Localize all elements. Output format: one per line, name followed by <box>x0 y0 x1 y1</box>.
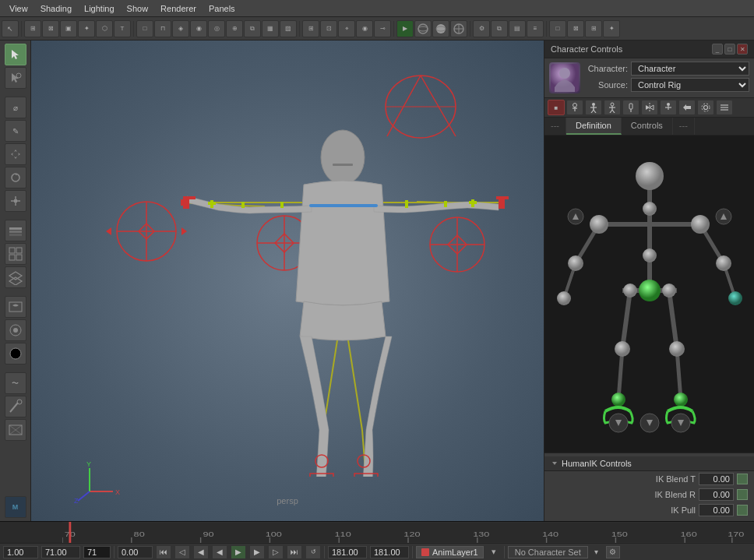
menu-renderer[interactable]: Renderer <box>154 4 203 13</box>
maximize-btn[interactable]: □ <box>724 44 735 55</box>
char-set-arrow[interactable]: ▾ <box>591 548 601 556</box>
toolbar-btn-11[interactable]: ◎ <box>208 20 225 37</box>
select-tool[interactable] <box>5 44 26 65</box>
sphere-btn[interactable] <box>414 20 432 37</box>
toolbar-btn-12[interactable]: ⊕ <box>226 20 243 37</box>
paint-tool[interactable]: ✎ <box>5 120 26 142</box>
layers-btn[interactable] <box>5 266 26 288</box>
toolbar-btn-10[interactable]: ◉ <box>190 20 207 37</box>
grid-btn[interactable] <box>5 243 26 265</box>
current-frame-input[interactable] <box>41 546 80 558</box>
toolbar-cam-4[interactable]: ✦ <box>603 20 620 37</box>
snap-btn-1[interactable]: ⊞ <box>302 20 319 37</box>
toolbar-btn-2[interactable]: ⊠ <box>42 20 59 37</box>
loop-btn[interactable]: ↺ <box>305 545 321 559</box>
mirror-btn[interactable] <box>641 100 658 115</box>
menu-panels[interactable]: Panels <box>203 4 241 13</box>
material-btn[interactable] <box>5 343 26 365</box>
scale-tool[interactable] <box>5 190 26 212</box>
ik-blend-r-input[interactable] <box>699 488 734 501</box>
lasso-tool[interactable]: ⌀ <box>5 97 26 118</box>
tab-dots-right[interactable]: --- <box>673 118 695 135</box>
tab-dots-left[interactable]: --- <box>544 118 566 135</box>
viewport-3d[interactable]: persp X Y Z <box>31 41 544 521</box>
ik-blend-t-input[interactable] <box>699 473 734 485</box>
toolbar-btn-15[interactable]: ▨ <box>280 20 297 37</box>
snap-btn-3[interactable]: ⌖ <box>338 20 355 37</box>
toolbar-cam-1[interactable]: □ <box>549 20 566 37</box>
render-view-btn[interactable] <box>5 296 26 318</box>
tab-definition[interactable]: Definition <box>566 118 622 135</box>
ik-blend-t-checkbox[interactable] <box>737 474 748 484</box>
ik-blend-r-checkbox[interactable] <box>737 489 748 500</box>
toolbar-btn-8[interactable]: ⊓ <box>154 20 171 37</box>
dynamics-btn[interactable]: 〜 <box>5 372 26 394</box>
toolbar-end-3[interactable]: ▤ <box>509 20 526 37</box>
rotate-tool[interactable] <box>5 167 26 188</box>
toolbar-end-1[interactable]: ⚙ <box>473 20 490 37</box>
char-set-settings-btn[interactable]: ⚙ <box>606 546 620 558</box>
ik-pull-input[interactable] <box>699 504 734 516</box>
close-btn[interactable]: ✕ <box>737 44 748 55</box>
layer-arrow-btn[interactable]: ▾ <box>487 547 501 557</box>
start-frame-input[interactable] <box>3 546 38 558</box>
snap-btn-2[interactable]: ⊡ <box>320 20 337 37</box>
move-tool[interactable] <box>5 143 26 165</box>
toolbar-btn-5[interactable]: ⬡ <box>96 20 113 37</box>
time-input[interactable] <box>118 546 153 558</box>
char-set-display[interactable]: No Character Set <box>508 546 588 558</box>
extra-settings-btn[interactable] <box>716 100 733 115</box>
anim-layer-display[interactable]: AnimLayer1 <box>416 546 484 558</box>
toolbar-btn-9[interactable]: ◈ <box>172 20 189 37</box>
menu-show[interactable]: Show <box>121 4 155 13</box>
play-back-btn[interactable]: ◀ <box>212 545 227 559</box>
render-btn-1[interactable]: ▶ <box>396 20 414 37</box>
effector-btn[interactable] <box>604 100 621 115</box>
toolbar-cam-3[interactable]: ⊞ <box>585 20 602 37</box>
ik-pull-checkbox[interactable] <box>737 505 748 516</box>
paint-fx-btn[interactable] <box>5 396 26 417</box>
humanik-char-btn[interactable] <box>585 100 602 115</box>
toolbar-btn-1[interactable]: ⊞ <box>24 20 41 37</box>
next-frame-btn[interactable]: ▶ <box>249 545 265 559</box>
settings-btn[interactable] <box>697 100 714 115</box>
go-end-btn[interactable]: ⏭ <box>287 545 302 559</box>
toolbar-btn-6[interactable]: T <box>114 20 131 37</box>
toolbar-btn-4[interactable]: ✦ <box>78 20 95 37</box>
retarget-btn[interactable] <box>678 100 696 115</box>
prev-key-btn[interactable]: ◁ <box>174 545 190 559</box>
ik-fk-red-btn[interactable]: ■ <box>548 100 565 115</box>
select-tool-btn[interactable]: ↖ <box>2 20 19 37</box>
sphere-btn-2[interactable] <box>432 20 449 37</box>
sphere-btn-3[interactable] <box>450 20 467 37</box>
toolbar-btn-14[interactable]: ▦ <box>262 20 279 37</box>
select-mode-btn[interactable] <box>566 100 583 115</box>
snap-btn-4[interactable]: ◉ <box>356 20 373 37</box>
select-tool-2[interactable] <box>5 67 26 89</box>
prev-frame-btn[interactable]: ◀ <box>193 545 209 559</box>
texture-btn[interactable] <box>5 319 26 341</box>
toolbar-cam-2[interactable]: ⊠ <box>567 20 584 37</box>
timeline-ruler[interactable]: 70 80 90 100 110 120 130 140 150 160 170 <box>62 522 754 543</box>
frame-counter[interactable]: 71 <box>83 546 111 558</box>
snap-btn-5[interactable]: ⊸ <box>374 20 391 37</box>
playback-end-input[interactable] <box>328 546 367 558</box>
image-plane-btn[interactable] <box>5 419 26 441</box>
end-frame-input[interactable] <box>370 546 409 558</box>
toolbar-btn-7[interactable]: □ <box>136 20 153 37</box>
go-start-btn[interactable]: ⏮ <box>156 545 171 559</box>
play-fwd-btn[interactable]: ▶ <box>231 545 246 559</box>
menu-lighting[interactable]: Lighting <box>78 4 121 13</box>
toolbar-end-2[interactable]: ⧉ <box>491 20 508 37</box>
toolbar-btn-3[interactable]: ▣ <box>60 20 77 37</box>
character-dropdown[interactable]: Character <box>631 62 749 76</box>
toolbar-end-4[interactable]: ≡ <box>527 20 544 37</box>
source-dropdown[interactable]: Control Rig <box>631 78 749 92</box>
tab-controls[interactable]: Controls <box>622 118 673 135</box>
toolbar-btn-13[interactable]: ⧉ <box>244 20 261 37</box>
layer-btn[interactable] <box>5 220 26 241</box>
minimize-btn[interactable]: _ <box>712 44 723 55</box>
pin-btn[interactable] <box>622 100 639 115</box>
menu-shading[interactable]: Shading <box>34 4 78 13</box>
next-key-btn[interactable]: ▷ <box>268 545 284 559</box>
